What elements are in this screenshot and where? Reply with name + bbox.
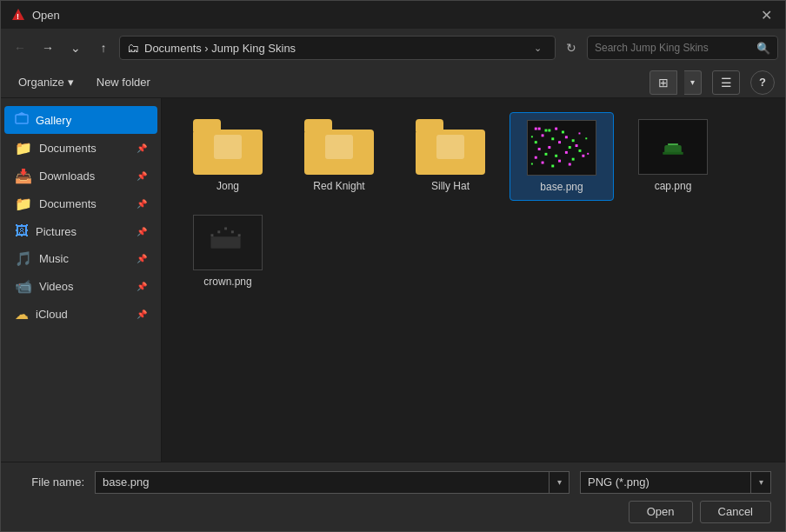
png-thumbnail [527,120,596,176]
open-button[interactable]: Open [629,501,693,523]
filetype-display[interactable]: PNG (*.png) [580,471,750,494]
breadcrumb-chevron-icon[interactable]: ⌄ [527,37,548,58]
details-button[interactable]: ☰ [712,70,740,95]
folder-icon: 📥 [15,168,32,184]
sidebar-item-pictures[interactable]: 🖼 Pictures 📌 [4,218,157,244]
sidebar-item-music[interactable]: 🎵 Music 📌 [4,245,157,272]
file-name: cap.png [655,180,692,192]
sidebar-item-documents[interactable]: 📁 Documents 📌 [4,135,157,162]
pin-icon: 📌 [137,254,147,263]
svg-rect-15 [558,141,561,143]
svg-rect-20 [576,144,578,147]
search-icon: 🔍 [756,42,770,55]
list-item[interactable]: base.png [510,112,614,201]
open-dialog: ! Open ✕ ← → ⌄ ↑ 🗂 Documents › Jump King… [0,0,786,532]
filename-dropdown-arrow[interactable]: ▾ [549,471,570,494]
svg-text:!: ! [17,12,19,21]
breadcrumb-path: Documents › Jump King Skins [144,42,522,55]
sidebar-item-label: Videos [39,280,74,293]
up-button[interactable]: ↑ [91,36,116,60]
list-item[interactable]: crown.png [176,208,280,295]
filename-display[interactable]: base.png [95,471,549,494]
svg-rect-22 [565,151,568,154]
search-box[interactable]: 🔍 [587,36,778,60]
sidebar-item-videos[interactable]: 📹 Videos 📌 [4,273,157,300]
bottom-bar: File name: base.png ▾ PNG (*.png) ▾ Open… [1,462,785,531]
sidebar-item-label: Gallery [36,114,71,127]
help-button[interactable]: ? [750,70,775,95]
svg-rect-44 [224,227,227,229]
list-item[interactable]: Red Knight [287,112,391,201]
pin-icon: 📌 [137,171,147,181]
file-name: crown.png [203,276,251,288]
navigation-toolbar: ← → ⌄ ↑ 🗂 Documents › Jump King Skins ⌄ … [1,29,785,67]
svg-rect-12 [551,137,554,140]
list-item[interactable]: Jong [176,112,280,201]
file-name: base.png [540,181,583,193]
folder-thumbnail [304,119,374,175]
list-item[interactable]: Silly Hat [398,112,503,201]
main-content: Gallery 📁 Documents 📌 📥 Downloads 📌 📁 Do… [1,98,785,462]
png-thumbnail [638,119,708,175]
pin-icon: 📌 [137,309,147,319]
svg-marker-3 [17,112,27,115]
sidebar: Gallery 📁 Documents 📌 📥 Downloads 📌 📁 Do… [1,98,162,462]
sidebar-item-label: Documents [39,197,97,210]
svg-rect-17 [538,148,541,150]
sidebar-item-label: Music [39,252,69,265]
sidebar-item-label: Pictures [36,225,77,238]
pin-icon: 📌 [137,227,147,236]
pin-icon: 📌 [137,199,147,209]
refresh-button[interactable]: ↻ [559,36,583,60]
cancel-button[interactable]: Cancel [700,501,771,523]
svg-rect-11 [542,134,544,136]
folder-icon: 📁 [15,140,32,156]
svg-rect-10 [562,131,564,134]
svg-rect-42 [211,234,214,236]
sidebar-item-label: iCloud [36,308,68,321]
svg-rect-18 [548,146,550,149]
file-area: Jong Red Knight Silly Hat [162,98,785,462]
base-png-preview [528,120,596,176]
svg-rect-30 [569,163,571,166]
search-input[interactable] [595,42,751,54]
svg-rect-27 [558,160,561,163]
forward-button[interactable]: → [36,36,60,60]
folder-icon: 🎵 [15,250,32,267]
svg-rect-23 [579,150,582,152]
svg-rect-19 [569,146,571,149]
view-button-chevron[interactable]: ▾ [684,70,702,95]
back-button[interactable]: ← [8,36,32,60]
organize-label: Organize [18,76,64,89]
folder-thumbnail [193,119,263,175]
folder-icon: 🖼 [15,223,29,239]
filetype-dropdown-arrow[interactable]: ▾ [750,471,771,494]
organize-toolbar: Organize ▾ New folder ⊞ ▾ ☰ ? [1,67,785,98]
list-item[interactable]: cap.png [621,112,725,201]
new-folder-button[interactable]: New folder [88,72,159,92]
svg-rect-46 [238,234,241,236]
dropdown-button[interactable]: ⌄ [63,36,88,60]
close-button[interactable]: ✕ [754,3,778,27]
sidebar-item-label: Documents [39,142,97,155]
filetype-wrapper: PNG (*.png) ▾ [580,471,771,494]
svg-rect-29 [551,165,554,168]
file-name: Silly Hat [431,180,470,192]
sidebar-item-icloud[interactable]: ☁ iCloud 📌 [4,301,157,328]
organize-chevron-icon: ▾ [68,76,74,89]
view-button[interactable]: ⊞ [649,70,677,95]
svg-rect-28 [572,158,575,161]
breadcrumb-bar[interactable]: 🗂 Documents › Jump King Skins ⌄ [119,36,556,60]
sidebar-item-documents2[interactable]: 📁 Documents 📌 [4,190,157,217]
sidebar-item-downloads[interactable]: 📥 Downloads 📌 [4,163,157,190]
folder-thumbnail [416,119,485,175]
svg-rect-32 [579,132,581,134]
sidebar-item-gallery[interactable]: Gallery [4,106,157,134]
svg-rect-45 [231,230,234,233]
cap-png-preview [639,119,707,175]
organize-button[interactable]: Organize ▾ [11,72,81,92]
title-bar-left: ! Open [11,8,60,22]
svg-rect-9 [555,128,557,130]
crown-png-preview [194,215,262,270]
svg-rect-24 [535,156,537,159]
